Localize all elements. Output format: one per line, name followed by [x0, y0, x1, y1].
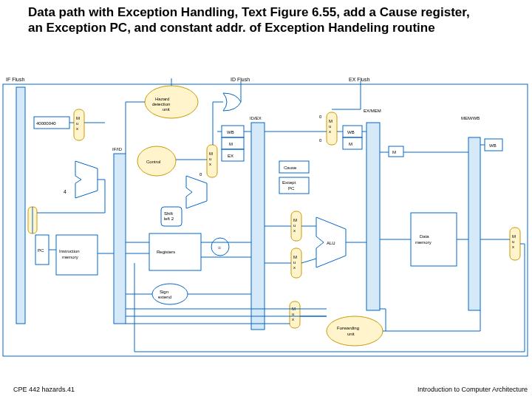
svg-marker-6	[75, 161, 98, 198]
svg-text:WB: WB	[347, 130, 355, 134]
datapath-diagram: IF Flush ID Flush EX Flush 40000040 M u …	[1, 65, 531, 369]
id-ex-label: ID/EX	[250, 116, 262, 120]
svg-text:0: 0	[319, 138, 322, 143]
svg-text:x: x	[76, 126, 78, 131]
mux-1: M	[76, 116, 80, 120]
svg-rect-16	[207, 145, 217, 177]
hazard-label: Hazard	[155, 97, 169, 101]
svg-text:M: M	[293, 218, 297, 222]
footer-left: CPE 442 hazards.41	[13, 386, 75, 393]
svg-line-82	[301, 259, 316, 263]
svg-rect-54	[389, 146, 403, 157]
slide-title: Data path with Exception Handling, Text …	[28, 4, 471, 36]
svg-text:u: u	[293, 260, 296, 265]
svg-text:M: M	[349, 142, 352, 146]
svg-text:x: x	[293, 265, 296, 270]
svg-rect-34	[327, 112, 337, 145]
svg-rect-22	[222, 137, 244, 149]
svg-text:M: M	[209, 151, 213, 156]
svg-text:unit: unit	[347, 332, 355, 336]
svg-rect-1	[16, 87, 25, 324]
four-label: 4	[64, 189, 66, 194]
alu-label: ALU	[327, 241, 335, 245]
svg-text:u: u	[329, 124, 331, 129]
cause-label: Cause	[284, 166, 297, 170]
svg-text:detection: detection	[152, 102, 170, 106]
svg-text:u: u	[512, 239, 514, 244]
svg-text:x: x	[209, 162, 211, 166]
svg-text:u: u	[292, 312, 294, 316]
ex-1: EX	[228, 154, 233, 158]
svg-text:x: x	[293, 228, 296, 233]
const-addr: 40000040	[36, 121, 56, 126]
svg-rect-58	[468, 137, 480, 310]
forwarding-label: Forwarding	[337, 326, 359, 330]
id-flush-label: ID Flush	[231, 77, 250, 82]
ex-flush-label: EX Flush	[349, 77, 370, 82]
footer-right: Introduction to Computer Architecture	[417, 386, 528, 393]
svg-text:PC: PC	[288, 186, 295, 191]
data-mem: Data	[420, 234, 429, 239]
zero-sel: 0	[200, 172, 202, 177]
svg-text:unit: unit	[163, 107, 170, 112]
svg-text:M: M	[512, 234, 516, 239]
svg-rect-40	[366, 123, 380, 310]
svg-text:memory: memory	[415, 240, 432, 245]
svg-text:extend: extend	[158, 295, 171, 299]
svg-text:WB: WB	[489, 143, 497, 148]
svg-text:M: M	[293, 255, 297, 259]
except-pc: Except	[282, 180, 296, 185]
svg-rect-20	[251, 123, 265, 330]
instr-mem: Instruction	[59, 249, 80, 253]
svg-rect-61	[510, 228, 520, 260]
svg-text:left 2: left 2	[164, 216, 174, 221]
svg-point-29	[152, 284, 188, 304]
svg-point-69	[327, 316, 383, 346]
control-label: Control	[146, 160, 160, 164]
svg-text:u: u	[209, 157, 211, 161]
svg-text:M: M	[329, 119, 332, 123]
svg-marker-24	[186, 176, 207, 208]
shift-label: Shift	[164, 211, 173, 216]
mem-wb-label: MEM/WB	[461, 116, 480, 120]
ex-mem-label: EX/MEM	[364, 109, 381, 113]
wb-1: WB	[227, 130, 234, 134]
svg-text:u: u	[76, 121, 78, 126]
svg-text:u: u	[293, 223, 296, 228]
svg-text:M: M	[392, 150, 396, 154]
svg-text:0: 0	[319, 115, 322, 119]
svg-rect-11	[114, 154, 126, 324]
svg-text:x: x	[329, 129, 331, 134]
pc-label: PC	[38, 248, 44, 253]
registers-label: Registers	[157, 250, 175, 254]
sign-extend: Sign	[160, 290, 168, 294]
svg-text:x: x	[512, 245, 514, 249]
m-1: M	[229, 142, 233, 146]
svg-rect-56	[411, 213, 457, 266]
if-flush-label: IF Flush	[6, 77, 24, 82]
svg-text:memory: memory	[62, 255, 78, 259]
if-id-label: IF/ID	[112, 147, 123, 151]
eq-label: =	[218, 245, 221, 250]
svg-text:x: x	[292, 317, 294, 321]
svg-rect-43	[343, 137, 362, 149]
